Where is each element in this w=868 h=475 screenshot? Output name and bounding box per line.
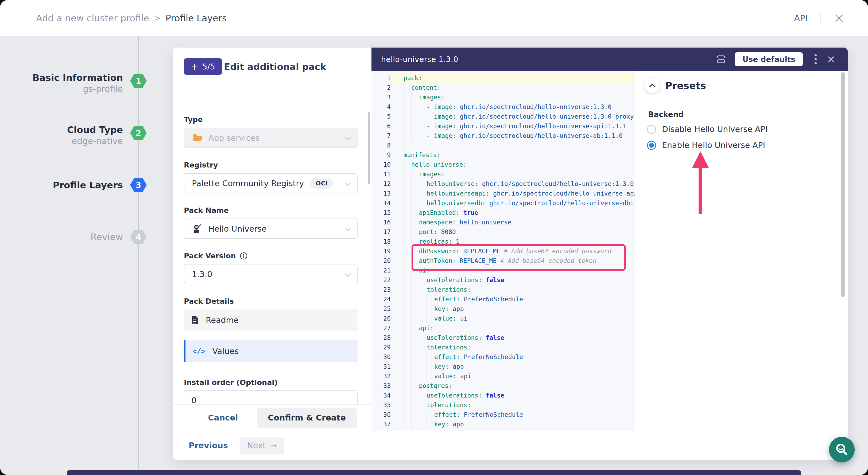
close-icon[interactable] bbox=[834, 13, 844, 24]
step-title: Review bbox=[16, 231, 123, 243]
step-indicator-4[interactable]: 4 bbox=[130, 230, 147, 244]
editor-close-icon[interactable] bbox=[825, 54, 837, 65]
step-indicator-1[interactable]: 1 bbox=[130, 74, 147, 88]
pack-count: 5/5 bbox=[202, 62, 215, 71]
code-line-33: 33postgres: bbox=[371, 381, 635, 390]
astronaut-icon bbox=[192, 224, 202, 234]
breadcrumb-separator: > bbox=[154, 13, 161, 23]
confirm-create-button[interactable]: Confirm & Create bbox=[257, 408, 357, 428]
api-link[interactable]: API bbox=[794, 13, 808, 23]
line-number: 10 bbox=[371, 160, 391, 169]
form-title: Edit additional pack bbox=[224, 61, 326, 72]
code-icon: </> bbox=[192, 347, 206, 355]
presets-panel: Presets Backend Disable Hello Universe A… bbox=[635, 71, 848, 431]
line-number: 21 bbox=[371, 265, 391, 275]
oci-badge: OCI bbox=[310, 178, 333, 189]
pack-name-select[interactable]: Hello Universe bbox=[184, 219, 358, 239]
presets-title: Presets bbox=[665, 80, 706, 91]
code-line-7: 7- image: ghcr.io/spectrocloud/hello-uni… bbox=[371, 131, 635, 140]
stepper-step-1[interactable]: Basic Informationgs-profile bbox=[16, 72, 123, 95]
search-fab[interactable] bbox=[829, 437, 855, 463]
code-line-25: 25key: app bbox=[371, 304, 635, 314]
search-icon bbox=[834, 442, 849, 457]
line-number: 7 bbox=[371, 131, 391, 140]
line-number: 9 bbox=[371, 150, 391, 160]
radio-unselected-icon[interactable] bbox=[647, 125, 656, 134]
code-line-16: 16namespace: hello-universe bbox=[371, 218, 635, 227]
line-number: 30 bbox=[371, 352, 391, 362]
kebab-menu-icon[interactable] bbox=[810, 54, 822, 65]
line-number: 26 bbox=[371, 314, 391, 323]
line-number: 35 bbox=[371, 400, 391, 410]
install-order-input[interactable] bbox=[184, 390, 358, 405]
code-line-13: 13hellouniverseapi: ghcr.io/spectrocloud… bbox=[371, 189, 635, 198]
form-footer: Cancel Confirm & Create bbox=[173, 405, 371, 431]
collapse-presets-button[interactable] bbox=[645, 78, 660, 93]
form-scrollbar[interactable] bbox=[368, 112, 370, 184]
code-line-29: 29tolerations: bbox=[371, 343, 635, 352]
previous-button[interactable]: Previous bbox=[189, 441, 228, 450]
install-order-label: Install order (Optional) bbox=[184, 378, 278, 387]
line-number: 17 bbox=[371, 227, 391, 237]
top-header: Add a new cluster profile > Profile Laye… bbox=[0, 0, 868, 36]
preset-option-1[interactable]: Disable Hello Universe API bbox=[647, 125, 768, 134]
code-line-30: 30effect: PreferNoSchedule bbox=[371, 352, 635, 362]
line-number: 29 bbox=[371, 343, 391, 352]
stepper-line bbox=[138, 36, 139, 469]
code-line-36: 36effect: PreferNoSchedule bbox=[371, 410, 635, 419]
edit-pack-modal: + 5/5 Edit additional pack Type App serv… bbox=[173, 48, 848, 460]
stepper-step-2[interactable]: Cloud Typeedge-native bbox=[16, 124, 123, 147]
code-line-35: 35tolerations: bbox=[371, 400, 635, 410]
backend-group-label: Backend bbox=[648, 110, 684, 119]
pack-form-panel: + 5/5 Edit additional pack Type App serv… bbox=[173, 48, 371, 431]
breadcrumb: Add a new cluster profile > Profile Laye… bbox=[36, 13, 227, 24]
line-number: 16 bbox=[371, 218, 391, 227]
line-number: 2 bbox=[371, 83, 391, 92]
values-tab[interactable]: </> Values bbox=[184, 340, 358, 362]
cancel-button[interactable]: Cancel bbox=[208, 413, 238, 422]
pack-version-label: Pack Version bbox=[184, 252, 248, 260]
step-indicator-2[interactable]: 2 bbox=[130, 126, 147, 140]
line-number: 11 bbox=[371, 169, 391, 179]
line-number: 13 bbox=[371, 189, 391, 198]
readme-tab[interactable]: Readme bbox=[184, 309, 358, 331]
next-button[interactable]: Next → bbox=[240, 437, 284, 454]
registry-select[interactable]: Palette Community Registry OCI bbox=[184, 173, 358, 193]
code-line-22: 22useTolerations: false bbox=[371, 275, 635, 285]
code-line-24: 24effect: PreferNoSchedule bbox=[371, 294, 635, 304]
code-line-21: 21ui: bbox=[371, 265, 635, 275]
line-number: 22 bbox=[371, 275, 391, 285]
step-indicator-3[interactable]: 3 bbox=[130, 178, 147, 192]
line-number: 18 bbox=[371, 237, 391, 246]
step-subtitle: edge-native bbox=[16, 135, 123, 147]
stepper-step-4[interactable]: Review bbox=[16, 231, 123, 243]
stepper-step-3[interactable]: Profile Layers bbox=[16, 180, 123, 191]
use-defaults-button[interactable]: Use defaults bbox=[735, 52, 803, 66]
registry-label: Registry bbox=[184, 161, 218, 169]
chevron-down-icon bbox=[344, 133, 351, 142]
preset-option-2[interactable]: Enable Hello Universe API bbox=[647, 140, 765, 150]
radio-selected-icon[interactable] bbox=[647, 141, 656, 150]
code-line-3: 3images: bbox=[371, 92, 635, 102]
breadcrumb-parent[interactable]: Add a new cluster profile bbox=[36, 13, 149, 24]
code-line-5: 5- image: ghcr.io/spectrocloud/hello-uni… bbox=[371, 112, 635, 121]
preset-option-label: Disable Hello Universe API bbox=[662, 125, 768, 134]
step-title: Basic Information bbox=[16, 72, 123, 83]
line-number: 34 bbox=[371, 390, 391, 400]
line-number: 31 bbox=[371, 362, 391, 371]
pack-version-select[interactable]: 1.3.0 bbox=[184, 264, 358, 284]
registry-value: Palette Community Registry bbox=[192, 179, 304, 188]
type-select: App services bbox=[184, 128, 358, 148]
diff-view-icon[interactable] bbox=[715, 54, 727, 65]
line-number: 20 bbox=[371, 256, 391, 265]
panel-scrollbar[interactable] bbox=[841, 72, 845, 297]
code-line-37: 37key: app bbox=[371, 419, 635, 429]
type-value: App services bbox=[209, 133, 259, 142]
code-line-19: 19dbPassword: REPLACE_ME # Add base64 en… bbox=[371, 246, 635, 256]
plus-icon: + bbox=[191, 61, 198, 72]
yaml-editor[interactable]: 1pack:2content:3images:4- image: ghcr.io… bbox=[371, 71, 635, 431]
line-number: 28 bbox=[371, 333, 391, 343]
code-line-11: 11images: bbox=[371, 169, 635, 179]
info-icon[interactable] bbox=[240, 252, 248, 260]
editor-title: hello-universe 1.3.0 bbox=[381, 55, 458, 64]
